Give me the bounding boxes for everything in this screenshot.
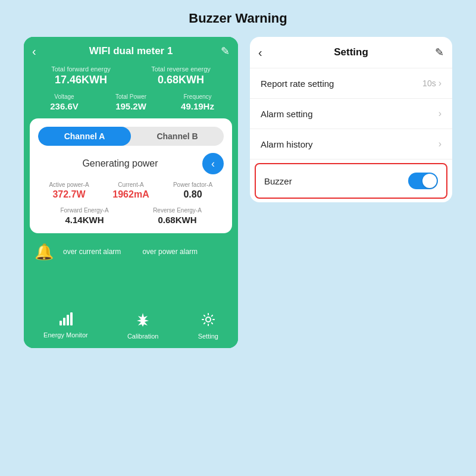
- total-power-label: Total Power: [98, 93, 164, 100]
- setting-icon: [201, 312, 215, 330]
- power-factor-label: Power factor-A: [162, 181, 224, 188]
- report-rate-label: Report rate setting: [261, 79, 334, 89]
- energy-row: Forward Energy-A 4.14KWH Reverse Energy-…: [38, 207, 224, 225]
- phone-title: WIFI dual meter 1: [89, 45, 173, 57]
- channel-b-tab[interactable]: Channel B: [131, 127, 224, 146]
- alarm-history-right: ›: [439, 139, 441, 149]
- channel-tabs: Channel A Channel B: [38, 127, 224, 146]
- forward-energy-a-value: 4.14KWH: [38, 215, 131, 225]
- alarm-bar: 🔔 over current alarm over power alarm: [24, 234, 238, 270]
- report-rate-right: 10s ›: [422, 78, 441, 89]
- channel-nav-button[interactable]: ‹: [202, 153, 224, 174]
- phone-edit-button[interactable]: ✎: [221, 45, 230, 58]
- current-value: 1962mA: [100, 189, 162, 200]
- channel-body: Generating power ‹: [38, 153, 224, 174]
- svg-rect-2: [67, 315, 69, 325]
- calibration-icon: [136, 312, 149, 330]
- frequency-stat: Frequency 49.19Hz: [164, 93, 231, 111]
- alarm-setting-item[interactable]: Alarm setting ›: [250, 99, 452, 129]
- settings-back-button[interactable]: ‹: [258, 46, 262, 60]
- report-rate-chevron-icon: ›: [439, 78, 441, 89]
- voltage-value: 236.6V: [31, 101, 98, 111]
- total-forward-energy-stat: Total forward energy 17.46KWH: [31, 65, 131, 86]
- active-power-metric: Active power-A 372.7W: [38, 181, 100, 200]
- over-current-alarm-text: over current alarm: [63, 248, 121, 257]
- generating-power-label: Generating power: [38, 158, 202, 169]
- alarm-bell-icon: 🔔: [35, 243, 54, 261]
- phone-header: ‹ WIFI dual meter 1 ✎: [24, 37, 238, 63]
- energy-stats: Total forward energy 17.46KWH Total reve…: [24, 63, 238, 93]
- total-power-value: 195.2W: [98, 101, 164, 111]
- settings-list: Report rate setting 10s › Alarm setting …: [250, 68, 452, 202]
- reverse-energy-value: 0.68KWH: [131, 74, 231, 86]
- page-title: Buzzer Warning: [189, 11, 287, 26]
- settings-edit-button[interactable]: ✎: [435, 46, 444, 59]
- alarm-history-item[interactable]: Alarm history ›: [250, 129, 452, 159]
- alarm-setting-label: Alarm setting: [261, 109, 313, 119]
- phone-back-button[interactable]: ‹: [32, 45, 36, 58]
- channel-a-tab[interactable]: Channel A: [38, 127, 131, 146]
- reverse-energy-a-label: Reverse Energy-A: [131, 207, 224, 214]
- buzzer-toggle[interactable]: [408, 173, 438, 189]
- energy-monitor-label: Energy Monitor: [43, 331, 88, 339]
- calibration-label: Calibration: [127, 333, 159, 340]
- buzzer-toggle-knob: [422, 174, 437, 188]
- secondary-stats-row: Voltage 236.6V Total Power 195.2W Freque…: [24, 93, 238, 118]
- alarm-history-label: Alarm history: [261, 139, 313, 149]
- energy-monitor-icon: [58, 312, 73, 329]
- svg-rect-3: [70, 312, 73, 325]
- alarm-history-chevron-icon: ›: [439, 139, 441, 149]
- bottom-nav: Energy Monitor Calibration Setting: [24, 306, 238, 348]
- settings-header: ‹ Setting ✎: [250, 37, 452, 68]
- svg-point-4: [206, 317, 211, 322]
- forward-energy-label: Total forward energy: [31, 65, 131, 73]
- nav-calibration[interactable]: Calibration: [127, 312, 159, 340]
- alarm-setting-right: ›: [439, 108, 441, 119]
- total-reverse-energy-stat: Total reverse energy 0.68KWH: [131, 65, 231, 86]
- settings-panel: ‹ Setting ✎ Report rate setting 10s › Al…: [250, 37, 452, 202]
- active-power-value: 372.7W: [38, 189, 100, 200]
- reverse-energy-label: Total reverse energy: [131, 65, 231, 73]
- forward-energy-a-label: Forward Energy-A: [38, 207, 131, 214]
- metrics-grid: Active power-A 372.7W Current-A 1962mA P…: [38, 181, 224, 200]
- channel-card: Channel A Channel B Generating power ‹ A…: [30, 118, 232, 233]
- total-power-stat: Total Power 195.2W: [98, 93, 164, 111]
- current-metric: Current-A 1962mA: [100, 181, 162, 200]
- reverse-energy-a-value: 0.68KWH: [131, 215, 224, 225]
- spacer: [24, 270, 238, 305]
- svg-rect-0: [60, 321, 62, 325]
- report-rate-value: 10s: [422, 79, 436, 88]
- phone-panel: ‹ WIFI dual meter 1 ✎ Total forward ener…: [24, 37, 238, 348]
- reverse-energy-a: Reverse Energy-A 0.68KWH: [131, 207, 224, 225]
- nav-setting[interactable]: Setting: [198, 312, 218, 340]
- panels-row: ‹ WIFI dual meter 1 ✎ Total forward ener…: [0, 37, 476, 348]
- nav-energy-monitor[interactable]: Energy Monitor: [43, 312, 88, 340]
- buzzer-item[interactable]: Buzzer: [255, 163, 447, 199]
- settings-title: Setting: [334, 46, 368, 58]
- forward-energy-value: 17.46KWH: [31, 74, 131, 86]
- frequency-value: 49.19Hz: [164, 101, 231, 111]
- power-factor-metric: Power factor-A 0.80: [162, 181, 224, 200]
- setting-label: Setting: [198, 333, 218, 340]
- current-label: Current-A: [100, 181, 162, 188]
- power-factor-value: 0.80: [162, 189, 224, 200]
- voltage-stat: Voltage 236.6V: [31, 93, 98, 111]
- buzzer-label: Buzzer: [264, 176, 292, 186]
- over-power-alarm-text: over power alarm: [142, 248, 198, 257]
- voltage-label: Voltage: [31, 93, 98, 100]
- alarm-setting-chevron-icon: ›: [439, 108, 441, 119]
- forward-energy-a: Forward Energy-A 4.14KWH: [38, 207, 131, 225]
- frequency-label: Frequency: [164, 93, 231, 100]
- report-rate-setting-item[interactable]: Report rate setting 10s ›: [250, 68, 452, 99]
- active-power-label: Active power-A: [38, 181, 100, 188]
- svg-rect-1: [63, 318, 65, 325]
